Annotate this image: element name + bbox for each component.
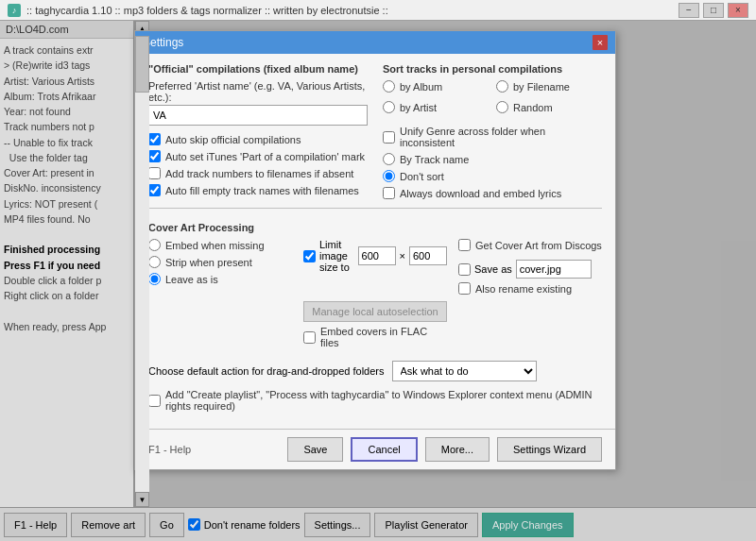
sort-by-filename-radio[interactable] [496,80,508,93]
sort-radio-grid: by Album by Filename by Artist [383,80,602,118]
auto-fill-label: Auto fill empty track names with filenam… [165,185,359,196]
context-menu-label: Add "Create playlist", "Process with tag… [165,389,602,412]
context-menu-row: Add "Create playlist", "Process with tag… [148,389,602,412]
artist-name-input[interactable] [148,105,368,126]
sort-by-artist-radio[interactable] [383,101,395,113]
auto-itunes-row: Auto set iTunes 'Part of a compilation' … [148,150,368,162]
strip-present-radio[interactable] [148,256,161,268]
download-lyrics-row: Always download and embed lyrics [383,187,602,199]
get-discogs-checkbox[interactable] [458,239,471,251]
add-track-numbers-checkbox[interactable] [148,167,161,179]
sort-dont-radio[interactable] [383,170,395,182]
get-discogs-row: Get Cover Art from Discogs [458,239,602,251]
settings-wizard-button[interactable]: Settings Wizard [497,437,602,462]
sort-random-row: Random [496,101,602,113]
compilations-section-title: "Official" compilations (fixed album nam… [148,63,368,75]
drag-drop-select[interactable]: Ask what to do Process with taghycardia … [392,361,537,381]
limit-size-label: Limit image size to [319,239,354,273]
times-icon: × [400,250,405,262]
dialog-close-button[interactable]: × [593,35,608,50]
strip-present-row: Strip when present [148,256,292,268]
two-column-layout: "Official" compilations (fixed album nam… [148,63,602,204]
cover-art-row: Embed when missing Strip when present Le… [148,239,602,353]
minimize-button[interactable]: − [679,3,699,18]
unify-genre-row: Unify Genre across folder when inconsist… [383,126,602,148]
save-as-row: Save as [458,260,602,279]
auto-skip-row: Auto skip official compilations [148,133,368,145]
cover-art-title: Cover Art Processing [148,222,602,233]
embed-missing-row: Embed when missing [148,239,292,251]
sort-dont-row: Don't sort [383,170,602,182]
download-lyrics-label: Always download and embed lyrics [400,188,561,199]
manage-autoselection-button[interactable]: Manage local autoselection [303,301,447,322]
content-area: D:\LO4D.com A track contains extr > (Re)… [0,21,756,507]
cover-right-col: Get Cover Art from Discogs Save as Also [458,239,602,299]
save-as-checkbox[interactable] [458,263,471,276]
save-as-label: Save as [474,263,512,275]
embed-flac-checkbox[interactable] [303,331,316,344]
sort-random-label: Random [513,102,553,113]
leave-as-is-label: Leave as is [165,274,218,285]
sort-by-album-row: by Album [383,80,489,93]
sort-by-trackname-row: By Track name [383,153,602,165]
sort-by-trackname-radio[interactable] [383,153,395,165]
sort-by-album-label: by Album [400,81,442,93]
dialog-body: "Official" compilations (fixed album nam… [135,54,615,429]
limit-width-input[interactable] [358,246,396,265]
embed-flac-row: Embed covers in FLAC files [303,326,447,348]
add-track-numbers-row: Add track numbers to filenames if absent [148,167,368,179]
app-title: :: taghycardia 1.10 :: mp3 folders & tag… [26,5,679,16]
settings-dialog: Settings × "Official" compilations (fixe… [134,30,616,470]
cover-radio-col: Embed when missing Strip when present Le… [148,239,292,290]
save-button[interactable]: Save [287,437,343,462]
limit-size-row: Limit image size to × [303,239,447,273]
auto-fill-checkbox[interactable] [148,184,161,196]
dialog-title-bar: Settings × [135,31,615,54]
dialog-footer: F1 - Help Save Cancel More... Settings W… [135,429,615,469]
maximize-button[interactable]: □ [703,3,724,18]
cover-mid-col: Limit image size to × Manage local autos… [303,239,447,353]
also-rename-checkbox[interactable] [458,282,471,295]
dialog-overlay: Settings × "Official" compilations (fixe… [0,21,756,507]
limit-height-input[interactable] [409,246,447,265]
leave-as-is-row: Leave as is [148,273,292,285]
cover-art-section: Cover Art Processing Embed when missing [148,208,602,353]
unify-genre-label: Unify Genre across folder when inconsist… [400,126,602,148]
embed-missing-radio[interactable] [148,239,161,251]
auto-itunes-label: Auto set iTunes 'Part of a compilation' … [165,151,365,162]
save-as-input[interactable] [516,260,592,279]
title-bar: ♪ :: taghycardia 1.10 :: mp3 folders & t… [0,0,756,21]
unify-genre-checkbox[interactable] [383,131,395,144]
cancel-button[interactable]: Cancel [351,437,417,462]
auto-itunes-checkbox[interactable] [148,150,161,162]
sort-dont-label: Don't sort [400,171,444,182]
add-track-numbers-label: Add track numbers to filenames if absent [165,168,353,179]
sort-random-radio[interactable] [496,101,508,113]
artist-field-label: Preferred 'Artist name' (e.g. VA, Variou… [148,80,368,103]
scrollbar-thumb[interactable] [135,36,149,93]
right-column: Sort tracks in personal compilations by … [383,63,602,204]
main-window: D:\LO4D.com A track contains extr > (Re)… [0,21,756,541]
context-menu-checkbox[interactable] [148,395,161,407]
sort-by-artist-row: by Artist [383,101,489,113]
embed-missing-label: Embed when missing [165,240,265,251]
right-scrollbar: ▲ ▼ [134,21,149,507]
left-column: "Official" compilations (fixed album nam… [148,63,368,204]
scrollbar-track [135,36,149,492]
auto-fill-row: Auto fill empty track names with filenam… [148,184,368,196]
embed-flac-label: Embed covers in FLAC files [320,326,447,348]
more-button[interactable]: More... [425,437,490,462]
window-controls: − □ × [679,3,748,18]
leave-as-is-radio[interactable] [148,273,161,285]
sort-by-filename-row: by Filename [496,80,602,93]
auto-skip-checkbox[interactable] [148,133,161,145]
close-button[interactable]: × [728,3,748,18]
sort-by-filename-label: by Filename [513,81,570,93]
also-rename-label: Also rename existing [475,283,572,295]
sort-by-album-radio[interactable] [383,80,395,93]
limit-size-checkbox[interactable] [303,250,316,262]
strip-present-label: Strip when present [165,257,252,268]
auto-skip-label: Auto skip official compilations [165,134,301,145]
also-rename-row: Also rename existing [458,282,602,295]
download-lyrics-checkbox[interactable] [383,187,395,199]
